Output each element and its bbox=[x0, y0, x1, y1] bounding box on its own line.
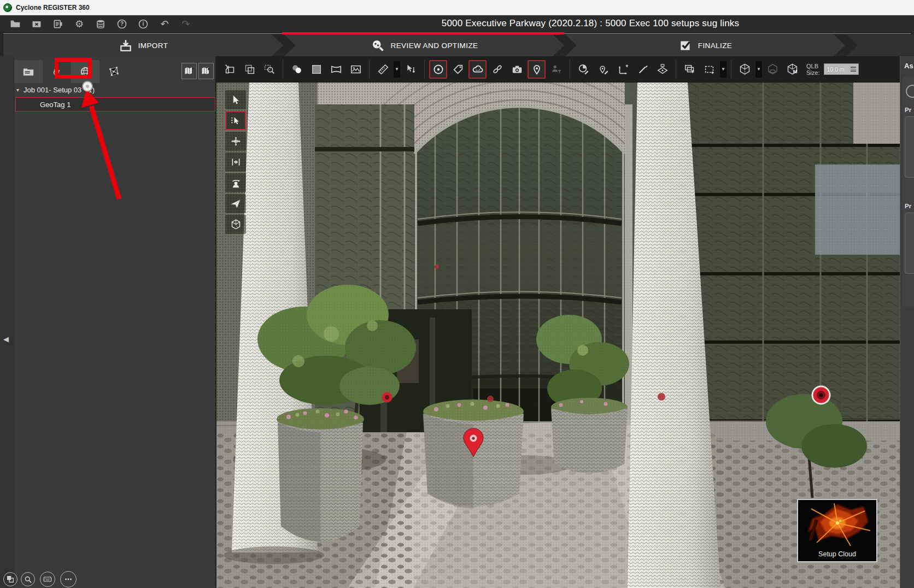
look-around-tool[interactable] bbox=[225, 173, 246, 192]
import-download-icon bbox=[119, 38, 133, 52]
image-filter-tool[interactable] bbox=[681, 60, 699, 79]
measure-ruler-icon[interactable] bbox=[374, 60, 392, 79]
cube-cloud-tool bbox=[764, 60, 782, 79]
camera-snapshot-tool[interactable] bbox=[508, 60, 526, 79]
clone-view-icon[interactable] bbox=[241, 60, 259, 79]
rect-select-tool[interactable] bbox=[700, 60, 718, 79]
view-layout-button[interactable] bbox=[3, 572, 17, 586]
orbit-tool[interactable] bbox=[225, 132, 246, 151]
assets-panel-strip[interactable]: As Pr Pr bbox=[900, 56, 914, 588]
tab-import-label: IMPORT bbox=[138, 42, 168, 50]
geotag-pin-tool[interactable] bbox=[528, 60, 546, 79]
add-map-button[interactable]: + bbox=[181, 63, 197, 79]
measure-dropdown[interactable]: ▼ bbox=[394, 61, 400, 78]
app-logo-icon bbox=[3, 3, 12, 12]
title-bar: Cyclone REGISTER 360 bbox=[0, 0, 914, 15]
close-project-icon[interactable] bbox=[30, 17, 43, 31]
tab-attachments[interactable] bbox=[43, 60, 71, 83]
about-info-icon[interactable]: i bbox=[137, 17, 150, 31]
zoom-region-icon[interactable] bbox=[260, 60, 278, 79]
project-panel: ◀ + ▾ Job 001- Setup 03 (1) GeoTag 1 bbox=[0, 56, 216, 588]
redo-icon: ↷ bbox=[179, 17, 192, 31]
target-marker-tool[interactable] bbox=[429, 60, 447, 79]
tree-root-row[interactable]: ▾ Job 001- Setup 03 (1) bbox=[14, 83, 216, 97]
move-axes-tool[interactable] bbox=[614, 60, 632, 79]
active-tab-indicator bbox=[282, 32, 564, 34]
tab-sitemap-network[interactable] bbox=[99, 60, 128, 83]
qlb-size-slider[interactable]: 10.0 m bbox=[824, 63, 859, 75]
tree-expand-caret[interactable]: ▾ bbox=[16, 87, 19, 93]
edit-geotag-tool[interactable] bbox=[594, 60, 612, 79]
geotag-list-item[interactable]: GeoTag 1 bbox=[15, 97, 215, 111]
map-buttons: + bbox=[181, 63, 214, 79]
edit-limitbox-tool[interactable] bbox=[575, 60, 593, 79]
app-title: Cyclone REGISTER 360 bbox=[16, 4, 90, 11]
image-view-icon[interactable] bbox=[347, 60, 365, 79]
grayscale-icon[interactable] bbox=[307, 60, 325, 79]
geotag-label: GeoTag 1 bbox=[40, 101, 71, 109]
assets-panel-label: As bbox=[904, 62, 914, 70]
slider-grip-icon bbox=[851, 67, 856, 72]
tree-root-label: Job 001- Setup 03 bbox=[24, 86, 81, 94]
tab-import[interactable]: IMPORT bbox=[3, 34, 283, 56]
probe-pick-icon[interactable] bbox=[402, 60, 420, 79]
properties-label-1: Pr bbox=[905, 107, 911, 113]
help-icon[interactable]: ? bbox=[115, 17, 128, 31]
tab-project-explorer[interactable] bbox=[14, 60, 43, 83]
setup-cloud-thumbnail-label: Setup Cloud bbox=[798, 550, 876, 558]
view-tool-column bbox=[225, 90, 246, 234]
tab-next-placeholder bbox=[846, 34, 914, 56]
import-region-icon[interactable] bbox=[221, 60, 239, 79]
svg-text:M: M bbox=[793, 68, 797, 74]
multi-select-tool[interactable] bbox=[225, 111, 246, 130]
cube-view-tool[interactable] bbox=[736, 60, 754, 79]
fly-tool[interactable] bbox=[225, 194, 246, 213]
select-tool[interactable] bbox=[225, 90, 246, 109]
floorplan-view-tool[interactable] bbox=[653, 60, 671, 79]
person-filter-tool bbox=[547, 60, 565, 79]
storage-icon[interactable] bbox=[94, 17, 107, 31]
rect-select-dropdown[interactable]: ▼ bbox=[720, 61, 726, 78]
report-icon[interactable] bbox=[51, 17, 65, 31]
link-tool[interactable] bbox=[488, 60, 506, 79]
asset-thumbnail-box-2 bbox=[905, 213, 914, 274]
qlb-size-label: QLB Size: bbox=[806, 63, 819, 76]
view-cube-tool[interactable] bbox=[225, 215, 246, 234]
svg-text:?: ? bbox=[120, 21, 124, 27]
pan-tool[interactable] bbox=[225, 152, 246, 172]
collapse-panel-arrow[interactable]: ◀ bbox=[3, 335, 9, 343]
cyclone-register-window: Cyclone REGISTER 360 ⚙ ? i ↶ ↷ 5000 Exec… bbox=[0, 0, 914, 588]
cube-view-dropdown[interactable]: ▼ bbox=[755, 61, 762, 78]
add-map-secondary-button[interactable] bbox=[198, 63, 214, 79]
settings-gear-icon[interactable]: ⚙ bbox=[73, 17, 86, 31]
tab-review-and-optimize[interactable]: REVIEW AND OPTIMIZE bbox=[284, 34, 564, 56]
keyboard-button[interactable] bbox=[40, 572, 55, 587]
tab-geotags[interactable] bbox=[71, 60, 99, 83]
tag-annotation-tool[interactable] bbox=[449, 60, 467, 79]
cube-multi-tool[interactable]: M bbox=[783, 60, 801, 79]
point-cloud-viewport[interactable]: Setup Cloud bbox=[216, 83, 900, 588]
svg-text:+: + bbox=[192, 66, 195, 71]
review-magnifier-icon bbox=[371, 38, 385, 53]
tab-finalize[interactable]: FINALIZE bbox=[565, 34, 845, 56]
workflow-tab-bar: IMPORT REVIEW AND OPTIMIZE FINALIZE bbox=[0, 32, 914, 56]
panel-left-rail: ◀ bbox=[0, 56, 14, 588]
search-button[interactable] bbox=[21, 572, 35, 586]
setup-cloud-toggle[interactable] bbox=[468, 60, 487, 79]
tab-finalize-label: FINALIZE bbox=[698, 42, 732, 50]
open-project-icon[interactable] bbox=[9, 17, 22, 31]
color-map-icon[interactable] bbox=[288, 60, 306, 79]
panorama-view-icon[interactable] bbox=[327, 60, 345, 79]
draw-line-tool[interactable] bbox=[634, 60, 652, 79]
more-options-button[interactable] bbox=[60, 571, 77, 587]
setup-cloud-thumbnail[interactable]: Setup Cloud bbox=[797, 499, 877, 562]
svg-text:i: i bbox=[143, 21, 144, 27]
tree-root-count: (1) bbox=[86, 86, 95, 94]
viewport-toolbar: ▼ ▼ ▼ M QLB Size: 10.0 m bbox=[216, 56, 900, 83]
panel-bottom-buttons bbox=[0, 570, 109, 588]
undo-icon[interactable]: ↶ bbox=[158, 17, 171, 31]
panel-tab-strip bbox=[14, 60, 128, 84]
qlb-size-value: 10.0 m bbox=[827, 66, 848, 73]
project-title: 5000 Executive Parkway (2020.2.18) : 500… bbox=[405, 18, 776, 29]
asset-thumbnail-box-1 bbox=[905, 116, 914, 178]
